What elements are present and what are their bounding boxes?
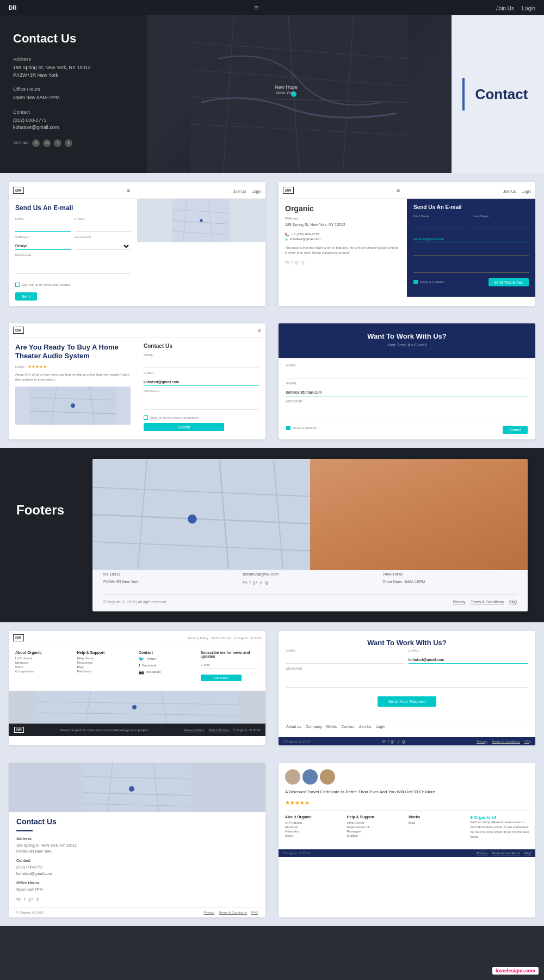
ww2-nav-contact[interactable]: Contact (341, 725, 354, 728)
cb-pt[interactable]: p (36, 897, 39, 902)
social-gp[interactable]: g+ (295, 260, 300, 265)
message-textarea[interactable] (15, 258, 131, 274)
sub-about-4[interactable]: Components (15, 670, 74, 673)
email-input[interactable] (75, 224, 131, 232)
ww2-nav-join[interactable]: Join Us (358, 725, 371, 728)
ww2-name-input[interactable] (286, 656, 405, 664)
name-input[interactable] (15, 224, 71, 232)
dark-first-input[interactable] (413, 223, 469, 229)
ww2-nav-company[interactable]: Company (306, 725, 322, 728)
dark-newsletter-checkbox[interactable] (413, 280, 418, 284)
sub-facebook-icon[interactable]: f (139, 663, 140, 668)
sub-help-4[interactable]: Feedback (77, 670, 136, 673)
cb-privacy[interactable]: Privacy (203, 911, 214, 914)
ww2-terms[interactable]: Terms & Conditions (492, 740, 520, 743)
mini-menu-blog[interactable]: ≡ (258, 327, 261, 333)
mini-login-link[interactable]: Login (252, 189, 261, 193)
sub-about-1[interactable]: UI Products (15, 657, 74, 660)
newsletter-checkbox[interactable] (15, 283, 20, 287)
ww2-email-input[interactable] (409, 656, 528, 664)
join-us-link[interactable]: Join Us (496, 5, 514, 11)
test-help-2[interactable]: Superheroes of ... (347, 825, 406, 829)
blog-name-input[interactable] (144, 360, 259, 368)
mini-login-organic[interactable]: Login (522, 189, 531, 193)
footer-gp-icon[interactable]: g+ (253, 580, 258, 585)
dark-send-button[interactable]: Send Your E-mail (489, 278, 529, 286)
ww2-gp[interactable]: g+ (391, 739, 395, 743)
footer-privacy-link[interactable]: Privacy (453, 600, 465, 604)
sub-twitter-icon[interactable]: 🐦 (139, 657, 144, 661)
dark-email-input[interactable] (413, 236, 529, 242)
ww-newsletter-checkbox[interactable] (286, 426, 290, 430)
test-terms[interactable]: Terms & Conditions (492, 852, 520, 855)
test-help-3[interactable]: Packages (347, 830, 406, 833)
test-about-4[interactable]: Icons (285, 834, 344, 837)
google-plus-icon[interactable]: G (32, 139, 40, 147)
footer-tw-icon[interactable]: tw (243, 580, 248, 585)
linkedin-icon[interactable]: in (43, 139, 51, 147)
ww-name-input[interactable] (286, 371, 528, 378)
sub-help-2[interactable]: Resources (77, 661, 136, 664)
services-select[interactable] (75, 242, 131, 250)
ww2-message-textarea[interactable] (286, 671, 528, 688)
social-pt[interactable]: p (302, 260, 304, 265)
ww-submit-button[interactable]: Submit (503, 426, 528, 434)
ww2-faq[interactable]: FAQ (524, 740, 531, 743)
blog-newsletter-checkbox[interactable] (144, 415, 148, 420)
ww2-fb[interactable]: f (388, 739, 389, 743)
test-help-1[interactable]: Help Center (347, 821, 406, 824)
mini-join-link[interactable]: Join Us (233, 189, 246, 193)
test-about-3[interactable]: Networks (285, 830, 344, 833)
ww2-nav-login[interactable]: Login (376, 725, 385, 728)
footer-terms-link[interactable]: Terms & Conditions (471, 600, 504, 604)
cb-terms[interactable]: Terms & Conditions (219, 911, 247, 914)
sub-email-input[interactable] (201, 660, 259, 669)
test-works-1[interactable]: Blog (409, 821, 467, 824)
send-email-button[interactable]: Send (15, 292, 37, 301)
sub-instagram-icon[interactable]: 📷 (139, 670, 144, 675)
sub-help-3[interactable]: Blog (77, 665, 136, 669)
test-about-1[interactable]: UI Products (285, 821, 344, 824)
dark-phone-input[interactable] (413, 249, 529, 256)
sub-about-2[interactable]: Mixmuse (15, 661, 74, 664)
footer-faq-link[interactable]: FAQ (509, 600, 517, 604)
login-link[interactable]: Login (522, 5, 535, 11)
dark-last-input[interactable] (473, 223, 529, 229)
test-help-4[interactable]: Multiple (347, 834, 406, 837)
sub-privacy-link[interactable]: Privacy Policy (184, 728, 204, 732)
blog-email-input[interactable] (144, 378, 259, 386)
menu-icon[interactable]: ≡ (254, 3, 258, 12)
test-about-2[interactable]: Mixmuse (285, 825, 344, 829)
cb-tw[interactable]: tw (16, 897, 21, 902)
footer-ig-icon[interactable]: ig (264, 580, 268, 585)
mini-menu-icon-organic[interactable]: ≡ (397, 187, 400, 193)
ww-message-textarea[interactable] (286, 404, 528, 420)
ww2-ig[interactable]: ig (402, 739, 405, 743)
twitter-icon[interactable]: t (65, 139, 72, 147)
ww2-privacy[interactable]: Privacy (477, 740, 487, 743)
sub-about-3[interactable]: Icons (15, 665, 74, 669)
dark-message-textarea[interactable] (413, 259, 529, 273)
footer-fb-icon[interactable]: f (250, 580, 251, 585)
footer-pt-icon[interactable]: p (260, 580, 262, 585)
cb-gp[interactable]: g+ (28, 897, 33, 902)
facebook-icon[interactable]: f (54, 139, 61, 147)
test-privacy[interactable]: Privacy (477, 852, 487, 855)
test-faq[interactable]: FAQ (524, 852, 531, 855)
ww2-tw[interactable]: tw (382, 739, 386, 743)
subject-input[interactable] (15, 242, 71, 250)
cb-fb[interactable]: f (24, 897, 25, 902)
sub-help-1[interactable]: Help Center (77, 657, 136, 660)
blog-submit-button[interactable]: Submit (144, 423, 224, 431)
social-fb[interactable]: f (292, 260, 293, 265)
ww-email-input[interactable] (286, 389, 528, 396)
sub-terms-link[interactable]: Terms 20 Use (208, 728, 228, 732)
subscribe-button[interactable]: Subscribe (201, 675, 242, 681)
ww2-nav-works[interactable]: Works (326, 725, 337, 728)
social-tw[interactable]: tw (285, 260, 289, 265)
mini-menu-icon-email[interactable]: ≡ (127, 187, 130, 193)
ww2-send-button[interactable]: Send Your Request (378, 696, 437, 707)
blog-message-textarea[interactable] (144, 394, 259, 410)
cb-faq[interactable]: FAQ (251, 911, 258, 914)
ww2-pt[interactable]: p (398, 739, 400, 743)
